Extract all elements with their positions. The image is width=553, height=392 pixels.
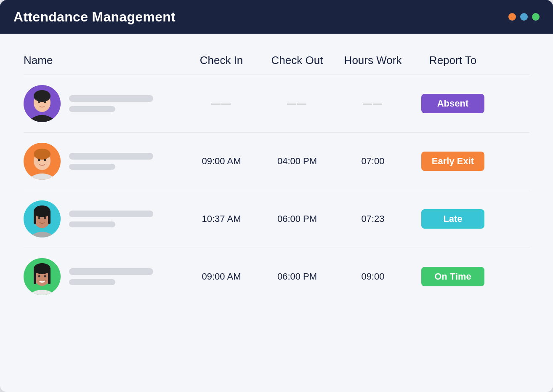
name-line-primary <box>69 268 153 275</box>
status-badge: On Time <box>421 267 484 286</box>
col-checkin: Check In <box>183 54 259 67</box>
name-line-primary <box>69 153 153 160</box>
svg-point-23 <box>44 275 46 277</box>
window-controls <box>508 13 540 21</box>
name-cell <box>24 200 183 237</box>
svg-point-3 <box>38 101 40 103</box>
content-area: Name Check In Check Out Hours Work Repor… <box>0 34 553 392</box>
hours-value: 09:00 <box>335 271 411 282</box>
checkin-value: 09:00 AM <box>183 156 259 167</box>
name-line-secondary <box>69 106 115 112</box>
window-control-orange[interactable] <box>508 13 516 21</box>
checkout-value: 04:00 PM <box>259 156 335 167</box>
app-title: Attendance Management <box>13 9 175 25</box>
svg-point-2 <box>34 90 51 102</box>
name-line-primary <box>69 95 153 102</box>
table-header: Name Check In Check Out Hours Work Repor… <box>24 54 529 75</box>
svg-point-22 <box>38 275 40 277</box>
col-checkout: Check Out <box>259 54 335 67</box>
table-row: 10:37 AM 06:00 PM 07:23 Late <box>24 190 529 248</box>
name-text-lines <box>69 268 153 285</box>
checkin-value: 10:37 AM <box>183 213 259 224</box>
svg-point-7 <box>34 149 51 160</box>
report-cell: Early Exit <box>411 152 495 171</box>
checkout-value: 06:00 PM <box>259 271 335 282</box>
svg-point-4 <box>44 101 46 103</box>
hours-value: 07:23 <box>335 213 411 224</box>
avatar <box>24 258 61 295</box>
name-line-secondary <box>69 221 115 227</box>
svg-point-9 <box>44 159 46 161</box>
avatar <box>24 143 61 180</box>
checkin-value: 09:00 AM <box>183 271 259 282</box>
window-control-blue[interactable] <box>520 13 528 21</box>
avatar <box>24 85 61 122</box>
hours-value: —— <box>335 98 411 109</box>
status-badge: Absent <box>421 94 484 113</box>
svg-rect-21 <box>48 268 51 284</box>
window-control-green[interactable] <box>532 13 540 21</box>
svg-rect-20 <box>34 268 36 284</box>
name-cell <box>24 258 183 295</box>
name-line-secondary <box>69 279 115 285</box>
col-hours: Hours Work <box>335 54 411 67</box>
svg-rect-14 <box>48 211 51 224</box>
name-text-lines <box>69 211 153 227</box>
report-cell: Absent <box>411 94 495 113</box>
name-text-lines <box>69 95 153 112</box>
checkin-value: —— <box>183 98 259 109</box>
name-line-secondary <box>69 164 115 170</box>
report-cell: Late <box>411 209 495 229</box>
col-name: Name <box>24 54 183 67</box>
name-line-primary <box>69 211 153 217</box>
table-row: —— —— —— Absent <box>24 75 529 132</box>
report-cell: On Time <box>411 267 495 286</box>
avatar <box>24 200 61 237</box>
svg-point-15 <box>38 217 40 219</box>
name-cell <box>24 143 183 180</box>
status-badge: Early Exit <box>421 152 484 171</box>
svg-rect-13 <box>34 211 36 224</box>
status-badge: Late <box>421 209 484 229</box>
name-text-lines <box>69 153 153 170</box>
hours-value: 07:00 <box>335 156 411 167</box>
svg-point-16 <box>44 217 46 219</box>
title-bar: Attendance Management <box>0 0 553 34</box>
table-row: 09:00 AM 04:00 PM 07:00 Early Exit <box>24 132 529 190</box>
checkout-value: 06:00 PM <box>259 213 335 224</box>
svg-point-8 <box>38 159 40 161</box>
table-row: 09:00 AM 06:00 PM 09:00 On Time <box>24 248 529 305</box>
name-cell <box>24 85 183 122</box>
checkout-value: —— <box>259 98 335 109</box>
col-report: Report To <box>411 54 495 67</box>
app-window: Attendance Management Name Check In Chec… <box>0 0 553 392</box>
